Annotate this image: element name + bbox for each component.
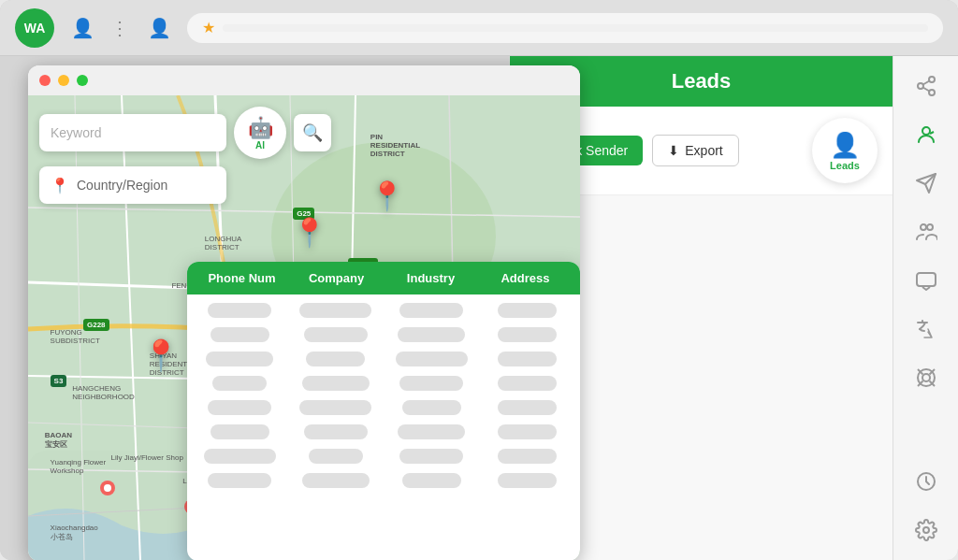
table-cell-skeleton (396, 352, 468, 366)
table-cell-skeleton (304, 424, 368, 439)
export-icon: ⬇ (668, 143, 679, 158)
sidebar-icon-gear[interactable] (906, 510, 947, 551)
region-input[interactable]: 📍 Country/Region (39, 166, 226, 204)
table-cell-skeleton (399, 449, 463, 464)
sidebar-icon-share[interactable] (906, 65, 947, 107)
table-cell-skeleton (210, 327, 269, 342)
col-address: Address (478, 271, 573, 285)
app-container: WA 👤 ⋮ 👤 ★ (0, 0, 958, 560)
address-text (223, 24, 928, 32)
keyword-input[interactable]: Keyword (39, 114, 226, 151)
table-cell-skeleton (498, 424, 557, 439)
leads-title: Leads (672, 69, 732, 93)
content-area: 长安 长安 公明 LONGHUADISTRICT Xiani PINRESIDE… (0, 56, 958, 560)
table-cell-skeleton (498, 376, 557, 391)
table-cell-skeleton (399, 303, 463, 318)
col-industry: Industry (384, 271, 478, 285)
table-header: Phone Num Company Industry Address (187, 262, 580, 294)
table-cell-skeleton (210, 424, 269, 439)
export-button[interactable]: ⬇ Export (652, 135, 738, 166)
svg-point-22 (929, 77, 935, 82)
ai-robot-icon: 🤖 (248, 116, 273, 140)
search-row: Keyword 🤖 AI 🔍 (39, 107, 331, 159)
table-row (195, 323, 573, 347)
table-row (195, 395, 573, 420)
data-panel: Phone Num Company Industry Address (187, 262, 580, 560)
table-cell-skeleton (498, 327, 557, 342)
table-row (195, 298, 573, 323)
user-icon-top: 👤 (142, 11, 176, 45)
map-pin-red: 📍 (370, 179, 404, 212)
dots-menu[interactable]: ⋮ (110, 17, 131, 39)
user-icon-left: 👤 (65, 11, 99, 45)
search-button[interactable]: 🔍 (294, 114, 331, 151)
highway-g228: G228 (83, 319, 109, 331)
star-icon: ★ (202, 19, 215, 36)
svg-point-29 (921, 224, 926, 230)
table-cell-skeleton (304, 327, 368, 342)
table-row (195, 420, 573, 444)
table-cell-skeleton (299, 303, 371, 318)
table-cell-skeleton (402, 400, 461, 415)
traffic-light-yellow[interactable] (58, 75, 69, 86)
sidebar-icon-leads[interactable] (906, 114, 947, 155)
svg-line-25 (922, 88, 929, 92)
table-cell-skeleton (402, 473, 461, 488)
svg-point-33 (922, 374, 930, 381)
leads-person-icon: 👤 (830, 131, 860, 160)
sidebar-icon-group[interactable] (906, 211, 947, 252)
table-cell-skeleton (299, 400, 371, 415)
table-row (195, 444, 573, 468)
sidebar-icon-support[interactable] (906, 357, 947, 398)
svg-rect-31 (917, 273, 936, 286)
svg-point-30 (927, 224, 933, 230)
table-cell-skeleton (302, 376, 370, 391)
left-panel: 长安 长安 公明 LONGHUADISTRICT Xiani PINRESIDE… (0, 56, 509, 560)
sidebar-icon-chat[interactable] (906, 260, 947, 301)
map-pin-black2: 📍 (292, 216, 327, 249)
svg-point-24 (929, 90, 935, 95)
table-cell-skeleton (309, 449, 363, 464)
table-cell-skeleton (208, 473, 271, 488)
map-titlebar (28, 65, 580, 95)
map-content: 长安 长安 公明 LONGHUADISTRICT Xiani PINRESIDE… (28, 95, 580, 560)
col-company: Company (289, 271, 384, 285)
table-cell-skeleton (208, 400, 271, 415)
svg-line-26 (922, 81, 929, 85)
table-cell-skeleton (212, 376, 267, 391)
sidebar-icon-send[interactable] (906, 163, 947, 204)
location-pin-icon: 📍 (51, 177, 69, 194)
svg-point-23 (918, 83, 923, 89)
map-pin-green: 📍 (142, 337, 180, 373)
export-label: Export (685, 143, 722, 158)
address-bar: ★ (187, 13, 943, 43)
map-window: 长安 长安 公明 LONGHUADISTRICT Xiani PINRESIDE… (28, 65, 580, 560)
sidebar-icon-translate[interactable] (906, 309, 947, 350)
ai-button[interactable]: 🤖 AI (234, 107, 286, 159)
table-cell-skeleton (398, 327, 465, 342)
svg-point-39 (923, 527, 929, 533)
table-row (195, 371, 573, 395)
leads-icon-label: Leads (830, 160, 860, 171)
sidebar-icon-clock[interactable] (906, 461, 947, 502)
traffic-light-red[interactable] (39, 75, 51, 86)
traffic-light-green[interactable] (77, 75, 88, 86)
browser-bar: WA 👤 ⋮ 👤 ★ (0, 0, 958, 56)
ai-label: AI (255, 140, 265, 151)
table-body (187, 294, 580, 496)
svg-point-17 (104, 484, 111, 492)
table-row (195, 347, 573, 371)
table-cell-skeleton (204, 449, 276, 464)
col-phone: Phone Num (195, 271, 289, 285)
table-cell-skeleton (498, 449, 557, 464)
table-cell-skeleton (206, 352, 273, 366)
table-cell-skeleton (498, 400, 557, 415)
svg-point-27 (922, 127, 930, 135)
right-sidebar (893, 56, 958, 560)
table-row (195, 468, 573, 493)
region-placeholder: Country/Region (77, 178, 167, 193)
table-cell-skeleton (398, 424, 465, 439)
table-cell-skeleton (498, 352, 557, 366)
wa-logo: WA (15, 8, 54, 48)
highway-s3: S3 (51, 375, 67, 387)
